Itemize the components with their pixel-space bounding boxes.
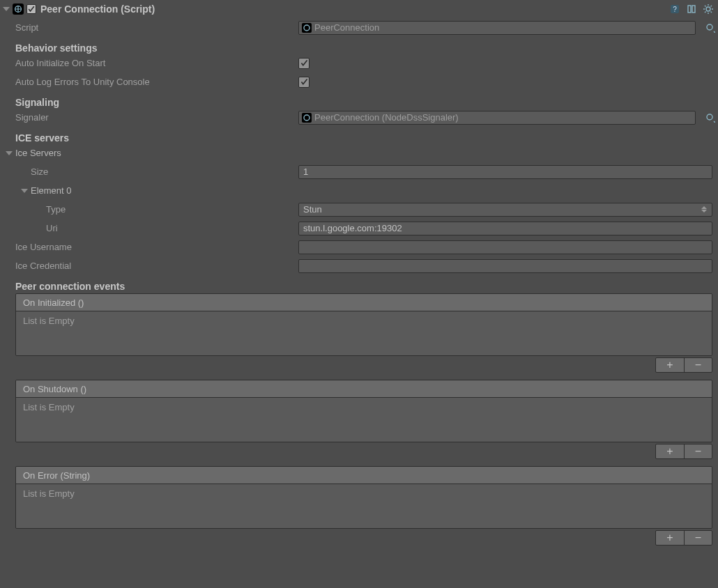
ice-uri-input[interactable] [298, 222, 712, 235]
gear-icon[interactable] [703, 3, 714, 15]
auto-log-label: Auto Log Errors To Unity Console [15, 77, 298, 87]
svg-point-8 [304, 115, 310, 121]
svg-point-5 [706, 7, 710, 11]
event-header: On Initialized () [16, 294, 712, 311]
foldout-icon[interactable] [6, 151, 13, 155]
event-footer: + − [15, 530, 712, 546]
auto-log-checkbox[interactable] [298, 77, 310, 88]
ice-element-label: Element 0 [31, 185, 72, 196]
remove-listener-button[interactable]: − [684, 358, 712, 372]
object-picker-icon[interactable] [705, 21, 715, 35]
ice-username-input[interactable] [298, 240, 712, 254]
ice-type-value: Stun [303, 204, 322, 215]
ice-username-label: Ice Username [15, 242, 298, 252]
event-body: List is Empty [16, 397, 712, 442]
svg-text:?: ? [673, 6, 677, 13]
remove-listener-button[interactable]: − [684, 444, 712, 458]
ice-credential-label: Ice Credential [15, 261, 298, 271]
signaler-label: Signaler [15, 112, 298, 123]
object-picker-icon[interactable] [705, 111, 715, 125]
behavior-heading: Behavior settings [0, 37, 718, 54]
dropdown-arrows-icon [701, 206, 708, 212]
ice-uri-label: Uri [15, 223, 298, 233]
ice-servers-label: Ice Servers [15, 148, 61, 158]
ice-servers-list[interactable]: Ice Servers [0, 144, 718, 162]
component-foldout-icon[interactable] [3, 7, 10, 11]
signaler-row: Signaler PeerConnection (NodeDssSignaler… [0, 108, 718, 127]
ice-username-row: Ice Username [0, 238, 718, 256]
ice-credential-input[interactable] [298, 259, 712, 273]
script-value: PeerConnection [314, 22, 379, 33]
event-footer: + − [15, 444, 712, 459]
script-label: Script [15, 22, 298, 33]
on-shutdown-event: On Shutdown () List is Empty [15, 380, 712, 442]
event-footer: + − [15, 357, 712, 373]
script-row: Script PeerConnection [0, 18, 718, 37]
ice-credential-row: Ice Credential [0, 256, 718, 275]
signaler-value: PeerConnection (NodeDssSignaler) [314, 112, 459, 123]
component-type-icon [13, 3, 24, 15]
ice-type-dropdown[interactable]: Stun [298, 203, 712, 217]
script-field: PeerConnection [298, 21, 696, 35]
event-header: On Shutdown () [16, 380, 712, 397]
events-heading: Peer connection events [0, 275, 718, 292]
preset-icon[interactable] [686, 3, 697, 15]
ice-uri-row: Uri [0, 219, 718, 238]
on-initialized-event: On Initialized () List is Empty [15, 293, 712, 356]
ice-type-label: Type [15, 204, 298, 215]
auto-log-row: Auto Log Errors To Unity Console [0, 72, 718, 91]
inspector: Peer Connection (Script) ? Script PeerCo… [0, 0, 718, 588]
add-listener-button[interactable]: + [656, 531, 684, 545]
signaling-heading: Signaling [0, 91, 718, 108]
ice-size-input[interactable] [298, 165, 712, 179]
auto-init-row: Auto Initialize On Start [0, 54, 718, 72]
component-enabled-checkbox[interactable] [26, 4, 36, 14]
svg-point-7 [707, 24, 712, 30]
add-listener-button[interactable]: + [656, 444, 684, 458]
foldout-icon[interactable] [21, 189, 28, 193]
auto-init-checkbox[interactable] [298, 58, 310, 69]
ice-size-label: Size [15, 167, 298, 177]
on-error-event: On Error (String) List is Empty [15, 466, 712, 529]
event-body: List is Empty [16, 483, 712, 528]
remove-listener-button[interactable]: − [684, 531, 712, 545]
ice-element-0[interactable]: Element 0 [0, 181, 718, 200]
add-listener-button[interactable]: + [656, 358, 684, 372]
ice-heading: ICE servers [0, 127, 718, 144]
event-header: On Error (String) [16, 467, 712, 483]
help-icon[interactable]: ? [669, 3, 680, 15]
svg-point-9 [707, 114, 712, 120]
svg-rect-3 [688, 6, 691, 13]
signaler-field[interactable]: PeerConnection (NodeDssSignaler) [298, 111, 696, 125]
component-title: Peer Connection (Script) [40, 3, 669, 15]
svg-point-6 [304, 25, 310, 31]
ice-size-row: Size [0, 162, 718, 181]
component-header: Peer Connection (Script) ? [0, 0, 718, 18]
csharp-icon [302, 23, 312, 33]
ice-type-row: Type Stun [0, 200, 718, 219]
csharp-icon [302, 113, 312, 123]
svg-rect-4 [692, 6, 695, 13]
event-body: List is Empty [16, 311, 712, 355]
auto-init-label: Auto Initialize On Start [15, 58, 298, 68]
